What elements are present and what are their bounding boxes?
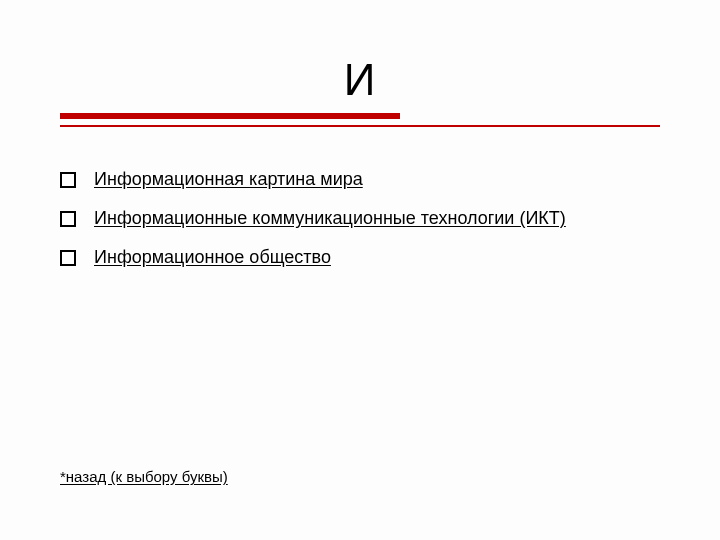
back-link[interactable]: *назад (к выбору буквы)	[60, 468, 228, 485]
page-title: И	[60, 55, 660, 105]
list-item: Информационное общество	[60, 247, 660, 268]
rule-thick	[60, 113, 400, 119]
topic-link[interactable]: Информационная картина мира	[94, 169, 363, 190]
bullet-square-icon	[60, 172, 76, 188]
slide: И Информационная картина мира Информацио…	[0, 0, 720, 540]
topic-link[interactable]: Информационное общество	[94, 247, 331, 268]
title-area: И	[60, 55, 660, 105]
rule-thin	[60, 125, 660, 127]
title-underline	[60, 111, 660, 129]
topic-link[interactable]: Информационные коммуникационные технолог…	[94, 208, 566, 229]
bullet-square-icon	[60, 211, 76, 227]
topic-list: Информационная картина мира Информационн…	[60, 169, 660, 268]
list-item: Информационные коммуникационные технолог…	[60, 208, 660, 229]
list-item: Информационная картина мира	[60, 169, 660, 190]
bullet-square-icon	[60, 250, 76, 266]
